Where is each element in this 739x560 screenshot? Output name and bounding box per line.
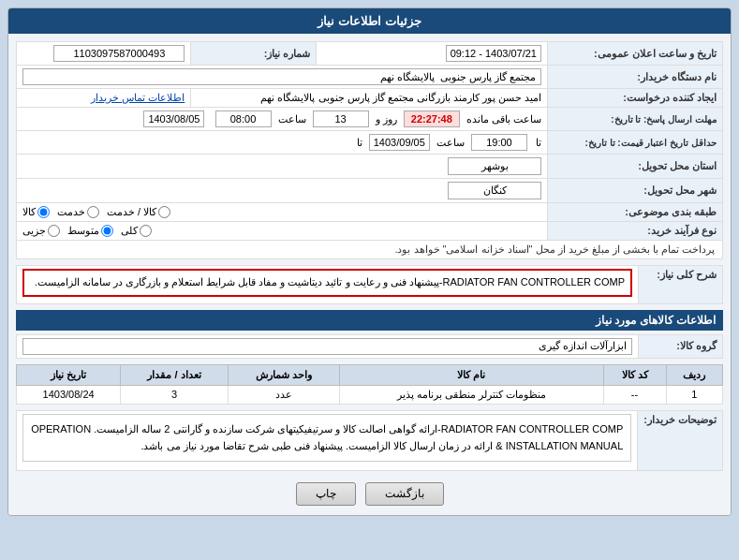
items-header: اطلاعات کالاهای مورد نیاز xyxy=(16,310,723,331)
sharh-text: RADIATOR FAN CONTROLLER COMP-پیشنهاد فنی… xyxy=(35,276,625,287)
shahr-value: کنگان xyxy=(17,179,548,203)
sharh-label: شرح کلی نیاز: xyxy=(639,266,723,304)
tarikh-ersal-label: مهلت ارسال پاسخ: تا تاریخ: xyxy=(548,108,723,131)
group-row-item: گروه کالا: xyxy=(17,334,723,358)
group-table: گروه کالا: xyxy=(16,334,723,359)
no-farayand-value: کلی متوسط جزیی xyxy=(17,222,548,241)
mande-label: ساعت باقی مانده xyxy=(466,113,541,125)
th-vahed: واحد شمارش xyxy=(228,364,339,385)
group-input[interactable] xyxy=(22,338,632,355)
items-tbody: 1--منظومات کنترلر منطقی برنامه پذیرعدد31… xyxy=(17,385,723,404)
tabaqe-khidmat-label: کالا / خدمت xyxy=(107,206,156,218)
table-row: 1--منظومات کنترلر منطقی برنامه پذیرعدد31… xyxy=(17,385,723,404)
tabaqe-value: کالا / خدمت خدمت کالا xyxy=(17,203,548,222)
buyer-notes-text: RADIATOR FAN CONTROLLER COMP-ارائه گواهی… xyxy=(31,423,623,452)
items-thead: ردیف کد کالا نام کالا واحد شمارش تعداد /… xyxy=(17,364,723,385)
namdastgah-label: نام دستگاه خریدار: xyxy=(548,66,723,89)
sharh-content: RADIATOR FAN CONTROLLER COMP-پیشنهاد فنی… xyxy=(22,269,632,297)
ostan-value: بوشهر xyxy=(17,155,548,179)
tabaqe-option-khidmat[interactable]: کالا / خدمت xyxy=(107,206,170,218)
sharh-table: شرح کلی نیاز: RADIATOR FAN CONTROLLER CO… xyxy=(16,265,723,304)
shomare-value: 1103097587000493 xyxy=(17,42,191,66)
cell-tedad: 3 xyxy=(121,385,229,404)
shahr-label: شهر محل تحویل: xyxy=(548,179,723,203)
pardakht-text: پرداخت تمام با بخشی از مبلغ خرید از محل … xyxy=(394,243,715,255)
roz-label: روز و xyxy=(376,113,397,125)
no-farayand-radio-group: کلی متوسط جزیی xyxy=(22,225,541,237)
tabaqe-option-khedmat[interactable]: خدمت xyxy=(57,206,99,218)
tabaqe-radio-kala[interactable] xyxy=(37,206,50,218)
cell-name: منظومات کنترلر منطقی برنامه پذیر xyxy=(340,385,603,404)
row-tabaqe: طبقه بندی موضوعی: کالا / خدمت خدمت xyxy=(17,203,723,222)
tabaqe-khedmat-label: خدمت xyxy=(57,206,85,218)
farayand-option-mota[interactable]: متوسط xyxy=(67,225,113,237)
group-value-cell xyxy=(17,334,639,358)
shomare-input: 1103097587000493 xyxy=(53,45,185,62)
tabaqe-radio-khedmat[interactable] xyxy=(87,206,99,218)
shomare-label: شماره نیاز: xyxy=(191,42,317,66)
row-shahr: شهر محل تحویل: کنگان xyxy=(17,179,723,203)
th-radif: ردیف xyxy=(666,364,722,385)
row-tarikh-ersal: مهلت ارسال پاسخ: تا تاریخ: ساعت باقی مان… xyxy=(17,108,723,131)
no-farayand-label: نوع فرآیند خرید: xyxy=(548,222,723,241)
buyer-value-cell: RADIATOR FAN CONTROLLER COMP-ارائه گواهی… xyxy=(17,410,638,470)
print-button[interactable]: چاپ xyxy=(296,482,356,506)
jadval-label: حداقل تاریخ اعتبار قیمت: تا تاریخ: xyxy=(548,131,723,155)
th-tarikh: تاریخ نیاز xyxy=(17,364,121,385)
back-button[interactable]: بازگشت xyxy=(365,482,444,506)
page-container: جزئیات اطلاعات نیاز تاریخ و ساعت اعلان ع… xyxy=(7,7,732,516)
pardakht-note: پرداخت تمام با بخشی از مبلغ خرید از محل … xyxy=(17,241,723,259)
mande-value: 22:27:48 xyxy=(404,111,460,127)
group-label: گروه کالا: xyxy=(639,334,723,358)
items-header-row: ردیف کد کالا نام کالا واحد شمارش تعداد /… xyxy=(17,364,723,385)
ostan-label: استان محل تحویل: xyxy=(548,155,723,179)
roz-value: 13 xyxy=(313,111,369,127)
farayand-option-jozei[interactable]: جزیی xyxy=(22,225,60,237)
namdastgah-input[interactable] xyxy=(22,68,541,85)
row-shomare: تاریخ و ساعت اعلان عمومی: 1403/07/21 - 0… xyxy=(17,42,723,66)
tarikh-ersal-value: ساعت باقی مانده 22:27:48 روز و 13 ساعت 0… xyxy=(17,108,548,131)
row-namdastgah: نام دستگاه خریدار: xyxy=(17,66,723,89)
ittilaat-link-cell: اطلاعات تماس خریدار xyxy=(17,89,191,108)
tabaqe-option-kala[interactable]: کالا xyxy=(22,206,50,218)
th-name: نام کالا xyxy=(340,364,603,385)
ijad-value: امید حسن پور کارمند بازرگانی مجتمع گاز پ… xyxy=(191,89,548,108)
content-area: تاریخ و ساعت اعلان عمومی: 1403/07/21 - 0… xyxy=(8,34,731,515)
ostan-input: بوشهر xyxy=(448,157,541,175)
farayand-koli-label: کلی xyxy=(121,225,138,237)
tabaqe-kala-label: کالا xyxy=(22,206,36,218)
tabaqe-radio-group: کالا / خدمت خدمت کالا xyxy=(22,206,541,218)
farayand-radio-mota[interactable] xyxy=(101,225,113,237)
farayand-radio-jozei[interactable] xyxy=(48,225,60,237)
tarikh-label: تاریخ و ساعت اعلان عمومی: xyxy=(548,42,723,66)
jadval-date: 1403/09/05 xyxy=(369,134,430,151)
saat-value: 08:00 xyxy=(215,111,272,127)
farayand-radio-koli[interactable] xyxy=(140,225,152,237)
ersal-date: 1403/08/05 xyxy=(143,111,204,127)
farayand-option-koli[interactable]: کلی xyxy=(121,225,152,237)
tarikh-input: 1403/07/21 - 09:12 xyxy=(446,45,541,62)
jadval-saat: 19:00 xyxy=(471,134,527,151)
ittilaat-link[interactable]: اطلاعات تماس خریدار xyxy=(91,92,185,103)
ijad-label: ایجاد کننده درخواست: xyxy=(548,89,723,108)
tabaqe-radio-khidmat[interactable] xyxy=(158,206,170,218)
row-ijad: ایجاد کننده درخواست: امید حسن پور کارمند… xyxy=(17,89,723,108)
sharh-row: شرح کلی نیاز: RADIATOR FAN CONTROLLER CO… xyxy=(17,266,723,304)
jadval-value: تا 19:00 ساعت 1403/09/05 تا xyxy=(17,131,548,155)
page-header: جزئیات اطلاعات نیاز xyxy=(8,8,731,34)
sharh-value-cell: RADIATOR FAN CONTROLLER COMP-پیشنهاد فنی… xyxy=(17,266,639,304)
th-tedad: تعداد / مقدار xyxy=(121,364,229,385)
row-jadval: حداقل تاریخ اعتبار قیمت: تا تاریخ: تا 19… xyxy=(17,131,723,155)
items-table: ردیف کد کالا نام کالا واحد شمارش تعداد /… xyxy=(16,364,723,405)
bottom-buttons: بازگشت چاپ xyxy=(16,477,723,508)
saat-label: ساعت xyxy=(278,113,306,125)
buyer-table: توضیحات خریدار: RADIATOR FAN CONTROLLER … xyxy=(16,410,723,471)
tabaqe-label: طبقه بندی موضوعی: xyxy=(548,203,723,222)
cell-tarikh: 1403/08/24 xyxy=(17,385,121,404)
info-table: تاریخ و ساعت اعلان عمومی: 1403/07/21 - 0… xyxy=(16,41,723,259)
ijad-text: امید حسن پور کارمند بازرگانی مجتمع گاز پ… xyxy=(260,92,541,103)
jadval-na: تا xyxy=(536,137,541,148)
namdastgah-value xyxy=(17,66,548,89)
buyer-label: توضیحات خریدار: xyxy=(638,410,723,470)
page-title: جزئیات اطلاعات نیاز xyxy=(318,14,421,28)
